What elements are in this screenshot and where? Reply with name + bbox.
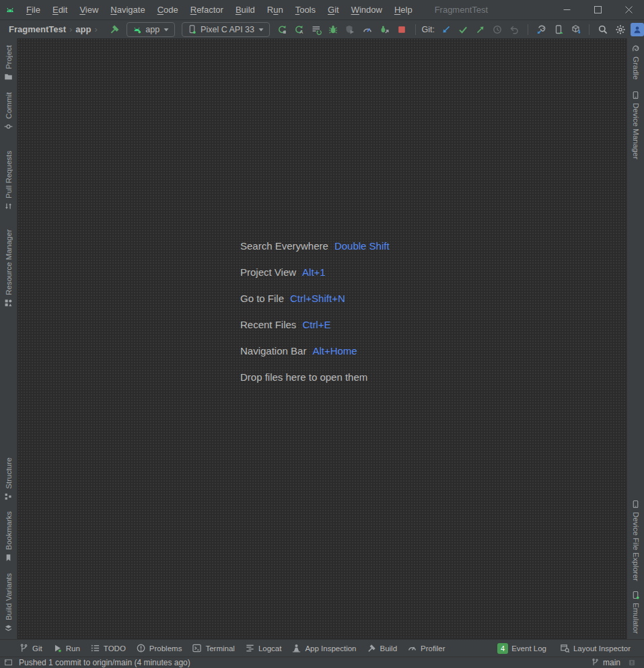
git-update-button[interactable]: [437, 22, 454, 38]
rerun-button[interactable]: [308, 22, 324, 38]
menu-help[interactable]: Help: [388, 5, 419, 15]
gradle-icon: [631, 44, 641, 53]
attach-debugger-icon: [379, 24, 390, 35]
gradle-sync-button[interactable]: [533, 22, 550, 38]
notifications-icon[interactable]: [628, 659, 636, 667]
toolwindow-run[interactable]: Run: [52, 643, 80, 653]
maximize-button[interactable]: [582, 0, 613, 20]
sidebar-item-commit[interactable]: Commit: [4, 92, 13, 131]
menu-view[interactable]: View: [73, 5, 104, 15]
device-manager-button[interactable]: [550, 22, 567, 38]
menu-refactor[interactable]: Refactor: [184, 5, 229, 15]
menu-code[interactable]: Code: [151, 5, 184, 15]
search-everywhere-button[interactable]: [594, 22, 611, 38]
device-select[interactable]: Pixel C API 33: [182, 22, 270, 37]
debug-bug-icon: [328, 24, 338, 35]
toolwindow-problems[interactable]: Problems: [136, 643, 182, 653]
toolwindow-git[interactable]: Git: [19, 643, 42, 653]
sidebar-item-resource-manager[interactable]: Resource Manager: [4, 229, 13, 307]
sidebar-item-emulator[interactable]: Emulator: [631, 591, 640, 634]
toolbar-separator: [528, 24, 528, 35]
run-with-coverage-button[interactable]: [342, 22, 359, 38]
main-toolbar: FragmentTest › app › app Pixel C API 33: [0, 20, 644, 38]
toolwindow-app-inspection[interactable]: App Inspection: [291, 643, 356, 653]
device-phone-icon: [187, 24, 197, 34]
menu-run[interactable]: Run: [261, 5, 289, 15]
resource-manager-icon: [4, 299, 13, 307]
profile-button[interactable]: [359, 22, 375, 38]
window-controls: [551, 0, 644, 20]
status-bar: Pushed 1 commit to origin/main (4 minute…: [0, 657, 644, 667]
toolbar-separator: [415, 24, 416, 35]
apply-code-changes-icon: A: [293, 24, 304, 35]
debug-button[interactable]: [324, 22, 341, 38]
git-branch-widget[interactable]: main: [603, 658, 620, 667]
device-manager-icon: [631, 91, 640, 100]
bottom-bar-right-group: 4 Event Log Layout Inspector: [497, 643, 631, 654]
folder-icon: [4, 73, 13, 81]
menu-window[interactable]: Window: [345, 5, 388, 15]
structure-icon: [4, 492, 13, 500]
shortcut-row: Drop files here to open them: [240, 364, 390, 390]
apply-code-changes-button[interactable]: A: [290, 22, 307, 38]
apply-changes-button[interactable]: [273, 22, 290, 38]
close-button[interactable]: [613, 0, 644, 20]
toolwindow-logcat[interactable]: Logcat: [245, 643, 282, 653]
window-title: FragmentTest: [435, 5, 488, 15]
bookmark-icon: [4, 554, 13, 562]
build-hammer-button[interactable]: [106, 22, 123, 38]
shortcut-row: Search Everywhere Double Shift: [240, 233, 390, 259]
git-push-button[interactable]: [472, 22, 489, 38]
toolwindow-profiler[interactable]: Profiler: [407, 643, 445, 653]
toolwindow-layout-inspector[interactable]: Layout Inspector: [560, 643, 631, 654]
status-message[interactable]: Pushed 1 commit to origin/main (4 minute…: [19, 658, 190, 667]
git-commit-button[interactable]: [454, 22, 471, 38]
menu-navigate[interactable]: Navigate: [104, 5, 151, 15]
chevron-down-icon: [163, 26, 170, 33]
android-studio-logo-icon: [0, 5, 20, 15]
title-bar: File Edit View Navigate Code Refactor Bu…: [0, 0, 644, 20]
build-hammer-icon: [367, 643, 377, 653]
rollback-button[interactable]: [506, 22, 523, 38]
run-configuration-select[interactable]: app: [127, 22, 175, 37]
menu-file[interactable]: File: [20, 5, 46, 15]
right-tool-stripe: Gradle Device Manager Device File Explor…: [627, 38, 644, 639]
toolwindow-event-log[interactable]: 4 Event Log: [497, 643, 546, 654]
sidebar-item-device-manager[interactable]: Device Manager: [631, 91, 640, 159]
sidebar-item-gradle[interactable]: Gradle: [631, 44, 641, 80]
menu-edit[interactable]: Edit: [46, 5, 73, 15]
sidebar-item-structure[interactable]: Structure: [4, 457, 13, 501]
toolwindow-toggle-icon[interactable]: [4, 658, 13, 667]
sdk-manager-button[interactable]: [567, 22, 584, 38]
user-avatar[interactable]: [631, 23, 644, 36]
sidebar-item-device-file-explorer[interactable]: Device File Explorer: [631, 500, 640, 581]
toolwindow-terminal[interactable]: Terminal: [192, 643, 234, 653]
sidebar-item-build-variants[interactable]: Build Variants: [4, 573, 13, 632]
toolwindow-build[interactable]: Build: [367, 643, 398, 653]
sidebar-item-pull-requests[interactable]: Pull Requests: [4, 151, 13, 211]
main-area: Project Commit Pull Requests: [0, 38, 644, 639]
undo-icon: [509, 24, 520, 35]
sidebar-item-bookmarks[interactable]: Bookmarks: [4, 511, 13, 562]
menu-build[interactable]: Build: [229, 5, 261, 15]
minimize-button[interactable]: [551, 0, 582, 20]
search-icon: [598, 24, 608, 35]
stop-button[interactable]: [393, 22, 410, 38]
problems-icon: [136, 643, 146, 653]
person-icon: [633, 25, 642, 34]
update-project-icon: [441, 24, 452, 35]
keyboard-shortcuts-hint: Search Everywhere Double Shift Project V…: [240, 233, 390, 390]
toolwindow-todo[interactable]: TODO: [90, 643, 126, 653]
menu-git[interactable]: Git: [322, 5, 345, 15]
clock-icon: [492, 24, 503, 35]
menu-tools[interactable]: Tools: [289, 5, 322, 15]
breadcrumb-module[interactable]: app: [75, 24, 91, 34]
settings-button[interactable]: [612, 22, 629, 38]
editor-empty-area[interactable]: Search Everywhere Double Shift Project V…: [17, 38, 627, 639]
shortcut-row: Recent Files Ctrl+E: [240, 311, 390, 338]
history-button[interactable]: [489, 22, 505, 38]
sidebar-item-project[interactable]: Project: [4, 45, 13, 81]
breadcrumb-project[interactable]: FragmentTest: [9, 24, 66, 34]
device-file-explorer-icon: [631, 500, 640, 509]
attach-debugger-button[interactable]: [376, 22, 393, 38]
